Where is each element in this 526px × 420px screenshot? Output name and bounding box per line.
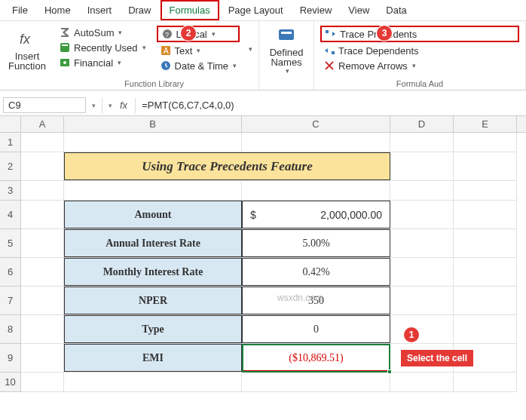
fill-handle[interactable] bbox=[387, 369, 392, 374]
tab-page-layout[interactable]: Page Layout bbox=[221, 2, 291, 19]
fx-icon[interactable]: fx bbox=[120, 100, 127, 111]
svg-text:A: A bbox=[164, 47, 169, 55]
name-box[interactable]: C9 bbox=[3, 97, 86, 113]
cell[interactable] bbox=[242, 133, 390, 152]
cell[interactable] bbox=[64, 372, 242, 391]
tab-view[interactable]: View bbox=[341, 2, 377, 19]
value-emi[interactable]: ($10,869.51) bbox=[242, 344, 390, 372]
label-amount[interactable]: Amount bbox=[64, 201, 242, 228]
cell[interactable] bbox=[454, 229, 517, 257]
cell[interactable] bbox=[390, 287, 454, 314]
cell[interactable] bbox=[21, 287, 64, 314]
tab-home[interactable]: Home bbox=[37, 2, 78, 19]
col-header-d[interactable]: D bbox=[390, 116, 454, 132]
name-box-dropdown-icon[interactable]: ▾ bbox=[89, 102, 99, 109]
cell[interactable] bbox=[454, 181, 517, 200]
fx-dropdown-icon[interactable]: ▾ bbox=[106, 102, 115, 109]
trace-precedents-button[interactable]: Trace Precedents bbox=[320, 26, 519, 42]
cell[interactable] bbox=[390, 229, 454, 257]
date-time-button[interactable]: Date & Time▾ bbox=[157, 59, 240, 72]
title-cell[interactable]: Using Trace Precedents Feature bbox=[64, 152, 390, 180]
col-header-e[interactable]: E bbox=[454, 116, 517, 132]
tab-data[interactable]: Data bbox=[378, 2, 414, 19]
cell[interactable] bbox=[390, 181, 454, 200]
callout-3: 3 bbox=[377, 26, 392, 41]
cell[interactable] bbox=[390, 315, 454, 343]
row-header[interactable]: 9 bbox=[0, 344, 20, 372]
label-emi[interactable]: EMI bbox=[64, 344, 242, 372]
row-header[interactable]: 10 bbox=[0, 372, 20, 392]
cell[interactable] bbox=[390, 152, 454, 180]
cell[interactable] bbox=[454, 201, 517, 228]
svg-rect-13 bbox=[332, 51, 335, 54]
formula-input[interactable]: =PMT(C6,C7,C4,0,0) bbox=[139, 100, 234, 111]
row-header[interactable]: 6 bbox=[0, 258, 20, 287]
col-header-b[interactable]: B bbox=[64, 116, 242, 132]
cell[interactable] bbox=[64, 181, 242, 200]
formula-bar: C9 ▾ ▾ fx =PMT(C6,C7,C4,0,0) bbox=[0, 95, 526, 116]
tab-file[interactable]: File bbox=[5, 2, 35, 19]
cell[interactable] bbox=[390, 133, 454, 152]
more-icon[interactable]: ▾ bbox=[249, 45, 252, 53]
recently-used-button[interactable]: Recently Used▾ bbox=[56, 41, 149, 54]
label-monthly-rate[interactable]: Monthly Interest Rate bbox=[64, 258, 242, 286]
tab-insert[interactable]: Insert bbox=[80, 2, 120, 19]
cell[interactable] bbox=[21, 372, 64, 391]
cell[interactable] bbox=[390, 201, 454, 228]
col-header-a[interactable]: A bbox=[21, 116, 64, 132]
cell[interactable] bbox=[21, 258, 64, 286]
row-header[interactable]: 1 bbox=[0, 133, 20, 152]
svg-rect-10 bbox=[279, 29, 294, 40]
ribbon: 2 3 fx InsertFunction AutoSum▾ Recently … bbox=[0, 21, 526, 90]
insert-function-button[interactable]: fx InsertFunction bbox=[6, 24, 48, 75]
svg-text:fx: fx bbox=[20, 32, 31, 47]
cell[interactable] bbox=[21, 229, 64, 257]
cell[interactable] bbox=[454, 372, 517, 391]
cell[interactable] bbox=[64, 133, 242, 152]
row-header[interactable]: 2 bbox=[0, 152, 20, 181]
watermark: wsxdn.com bbox=[277, 293, 323, 303]
callout-1: 1 bbox=[404, 327, 419, 342]
cell[interactable] bbox=[390, 258, 454, 286]
cell[interactable] bbox=[21, 201, 64, 228]
col-header-c[interactable]: C bbox=[242, 116, 390, 132]
defined-names-button[interactable]: DefinedNames ▾ bbox=[265, 24, 307, 75]
cell[interactable] bbox=[454, 133, 517, 152]
tab-review[interactable]: Review bbox=[292, 2, 340, 19]
cell[interactable] bbox=[390, 372, 454, 391]
value-type[interactable]: 0 bbox=[242, 315, 390, 343]
cell[interactable] bbox=[242, 372, 390, 391]
row-header[interactable]: 4 bbox=[0, 201, 20, 229]
row-header[interactable]: 3 bbox=[0, 181, 20, 201]
label-nper[interactable]: NPER bbox=[64, 287, 242, 314]
label-annual-rate[interactable]: Annual Interest Rate bbox=[64, 229, 242, 257]
value-annual-rate[interactable]: 5.00% bbox=[242, 229, 390, 257]
chevron-down-icon: ▾ bbox=[286, 67, 289, 75]
cell[interactable] bbox=[454, 287, 517, 314]
cell[interactable] bbox=[21, 181, 64, 200]
value-monthly-rate[interactable]: 0.42% bbox=[242, 258, 390, 286]
row-header[interactable]: 5 bbox=[0, 229, 20, 258]
autosum-button[interactable]: AutoSum▾ bbox=[56, 26, 149, 39]
cell[interactable] bbox=[454, 152, 517, 180]
cell[interactable] bbox=[242, 181, 390, 200]
row-header[interactable]: 8 bbox=[0, 315, 20, 344]
tab-formulas[interactable]: Formulas bbox=[161, 0, 219, 20]
cell[interactable] bbox=[21, 315, 64, 343]
chevron-down-icon: ▾ bbox=[142, 44, 146, 51]
text-button[interactable]: A Text▾ bbox=[157, 44, 240, 57]
tab-draw[interactable]: Draw bbox=[121, 2, 158, 19]
financial-button[interactable]: Financial▾ bbox=[56, 56, 149, 69]
label-type[interactable]: Type bbox=[64, 315, 242, 343]
remove-arrows-button[interactable]: Remove Arrows▾ bbox=[320, 59, 519, 72]
select-cell-flag: Select the cell bbox=[401, 350, 473, 366]
cell[interactable] bbox=[21, 133, 64, 152]
trace-dependents-button[interactable]: Trace Dependents bbox=[320, 44, 519, 57]
cell[interactable] bbox=[21, 344, 64, 372]
cell[interactable] bbox=[21, 152, 64, 180]
cell[interactable] bbox=[454, 258, 517, 286]
value-amount[interactable]: $2,000,000.00 bbox=[242, 201, 390, 228]
row-header[interactable]: 7 bbox=[0, 287, 20, 315]
logical-button[interactable]: ? Logical▾ bbox=[157, 26, 240, 42]
cell[interactable] bbox=[454, 315, 517, 343]
